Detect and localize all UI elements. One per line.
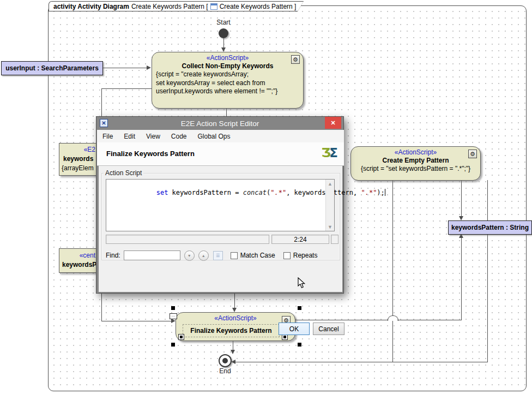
smart-manipulator-dots[interactable]: ··· bbox=[170, 313, 177, 319]
action-script-gear-icon[interactable]: ⚙ bbox=[291, 55, 300, 64]
edge-finalize-to-pin-v[interactable] bbox=[461, 238, 462, 320]
action-script-gear-icon[interactable]: ⚙ bbox=[468, 150, 477, 158]
selection-handle-ne[interactable] bbox=[298, 306, 301, 310]
close-button[interactable]: ✕ bbox=[325, 117, 341, 129]
find-prev-icon[interactable]: ▲ bbox=[198, 250, 209, 261]
dialog-header-title: Finalize Keywords Pattern bbox=[106, 150, 195, 158]
edge-into-finalize-top[interactable] bbox=[234, 294, 235, 308]
scroll-up-icon[interactable]: ▲ bbox=[326, 180, 334, 188]
stereotype: «ActionScript» bbox=[351, 148, 480, 156]
menu-code[interactable]: Code bbox=[166, 130, 192, 142]
name-fragment: keywordsP bbox=[62, 261, 96, 268]
code-line: set keywordsPattern = concat(".*", keywo… bbox=[109, 181, 385, 204]
stereotype-fragment: «E2 bbox=[59, 146, 95, 153]
editor-scrollbar[interactable]: ▲ ▼ bbox=[325, 180, 334, 231]
script-fragment: {arrayElem bbox=[62, 164, 94, 172]
script-line: userInput.keywords where element != "";"… bbox=[156, 87, 299, 96]
action-script-group: set keywordsPattern = concat(".*", keywo… bbox=[101, 173, 340, 260]
edge-start-to-collect[interactable] bbox=[223, 38, 224, 48]
frame-tab-name: Create Keywords Pattern [ bbox=[131, 3, 208, 10]
edge-finalize-to-pin-h1[interactable] bbox=[294, 320, 388, 320]
edge-into-finalize-left[interactable] bbox=[101, 321, 171, 321]
dialog-header: Finalize Keywords Pattern ƷΣ bbox=[97, 142, 344, 166]
cancel-button[interactable]: Cancel bbox=[313, 323, 344, 335]
e2e-logo-icon: ƷΣ bbox=[322, 146, 337, 160]
arrowhead-into-collect bbox=[221, 47, 226, 52]
edge-right-rail-v[interactable] bbox=[487, 180, 488, 362]
edge-finalize-to-pin-h2[interactable] bbox=[397, 320, 462, 320]
edge-collect-bottom-stub[interactable] bbox=[226, 108, 227, 117]
arrowhead-finalize-top bbox=[232, 308, 237, 312]
script-line: {script = "create keywordsArray; bbox=[156, 70, 299, 79]
action-name: Create Empty Pattern bbox=[351, 157, 480, 164]
menubar: File Edit View Code Global Ops bbox=[97, 130, 344, 142]
edge-createempty-to-pin[interactable] bbox=[461, 180, 462, 217]
pin-keywordspattern[interactable]: keywordsPattern : String bbox=[448, 220, 532, 235]
stereotype: «ActionScript» bbox=[152, 54, 303, 62]
screen: activity Activity Diagram Create Keyword… bbox=[0, 0, 532, 394]
pin-userinput[interactable]: userInput : SearchParameters bbox=[1, 61, 103, 75]
name-fragment: keywords bbox=[63, 155, 93, 163]
action-collect-keywords[interactable]: «ActionScript» Collect Non-Empty Keyword… bbox=[152, 52, 304, 109]
activity-diagram-icon bbox=[210, 3, 217, 10]
mouse-cursor bbox=[298, 277, 306, 289]
code-editor[interactable]: set keywordsPattern = concat(".*", keywo… bbox=[106, 179, 335, 231]
action-create-empty-pattern[interactable]: «ActionScript» Create Empty Pattern {scr… bbox=[350, 146, 481, 181]
menu-global-ops[interactable]: Global Ops bbox=[192, 130, 236, 142]
highlight-all-icon[interactable]: ☰ bbox=[213, 251, 223, 260]
repeats-label: Repeats bbox=[293, 252, 318, 259]
selection-handle-nw[interactable] bbox=[171, 306, 175, 310]
menu-view[interactable]: View bbox=[141, 130, 166, 142]
edge-createempty-to-end-v[interactable] bbox=[392, 180, 393, 362]
edge-userinput-to-collect[interactable] bbox=[102, 68, 147, 68]
scroll-down-icon[interactable]: ▼ bbox=[326, 223, 334, 231]
edge-collect-left-h[interactable] bbox=[101, 88, 152, 89]
end-node[interactable] bbox=[219, 354, 232, 367]
action-name: Finalize Keywords Pattern bbox=[190, 327, 271, 335]
dialog-titlebar[interactable]: ✕ E2E Action Script Editor bbox=[96, 117, 343, 130]
find-label: Find: bbox=[106, 252, 120, 259]
editor-status-field bbox=[106, 235, 269, 244]
arrowhead-userinput bbox=[147, 65, 151, 70]
dialog-title: E2E Action Script Editor bbox=[96, 120, 343, 128]
arrowhead-end-right bbox=[231, 360, 235, 364]
stereotype-fragment: «cent bbox=[59, 252, 95, 259]
ok-button[interactable]: OK bbox=[279, 323, 310, 335]
dialog-body: Action Script set keywordsPattern = conc… bbox=[99, 166, 342, 292]
arrowhead-pin-top bbox=[459, 216, 463, 220]
find-next-icon[interactable]: ▼ bbox=[184, 250, 195, 261]
match-case-checkbox[interactable] bbox=[231, 252, 238, 259]
menu-file[interactable]: File bbox=[97, 130, 118, 142]
smart-manipulator-sw[interactable] bbox=[178, 334, 184, 340]
repeats-checkbox[interactable] bbox=[283, 252, 291, 259]
name-edit-rect[interactable]: Finalize Keywords Pattern bbox=[183, 324, 280, 337]
group-label: Action Script bbox=[104, 169, 143, 177]
action-script-editor-dialog: ✕ E2E Action Script Editor ✕ File Edit V… bbox=[96, 116, 344, 294]
start-label: Start bbox=[213, 19, 234, 26]
arrowhead-end-top bbox=[231, 350, 235, 354]
edge-hop bbox=[388, 315, 398, 321]
find-row: Find: ▼ ▲ ☰ Match Case Repeats bbox=[106, 249, 339, 261]
arrowhead-finalize-left bbox=[171, 319, 176, 323]
caret-position-field: 2:24 bbox=[271, 235, 329, 244]
script-line: set keywordsArray = select each from bbox=[156, 79, 299, 88]
dialog-app-icon: ✕ bbox=[100, 119, 108, 127]
diagram-frame-tab[interactable]: activity Activity Diagram Create Keyword… bbox=[49, 1, 304, 11]
text-caret bbox=[385, 189, 385, 196]
start-node[interactable] bbox=[219, 28, 228, 38]
edge-to-end-h[interactable] bbox=[235, 362, 488, 362]
selection-handle-se[interactable] bbox=[298, 343, 301, 347]
match-case-label: Match Case bbox=[240, 252, 275, 259]
action-finalize-keywords-pattern[interactable]: «ActionScript» Finalize Keywords Pattern… bbox=[176, 312, 295, 341]
selection-handle-sw[interactable] bbox=[171, 343, 175, 347]
menu-edit[interactable]: Edit bbox=[118, 130, 141, 142]
edge-finalize-to-end[interactable] bbox=[233, 340, 233, 350]
frame-tab-name-2: Create Keywords Pattern ] bbox=[220, 3, 297, 10]
end-label: End bbox=[214, 367, 236, 375]
frame-tab-kind: activity Activity Diagram bbox=[53, 3, 129, 10]
find-input[interactable] bbox=[124, 250, 180, 260]
action-name: Collect Non-Empty Keywords bbox=[152, 62, 303, 70]
stereotype: «ActionScript» bbox=[176, 314, 295, 322]
script-line: {script = "set keywordsPattern = ".*";"} bbox=[351, 164, 480, 174]
status-corner-field bbox=[331, 235, 338, 244]
